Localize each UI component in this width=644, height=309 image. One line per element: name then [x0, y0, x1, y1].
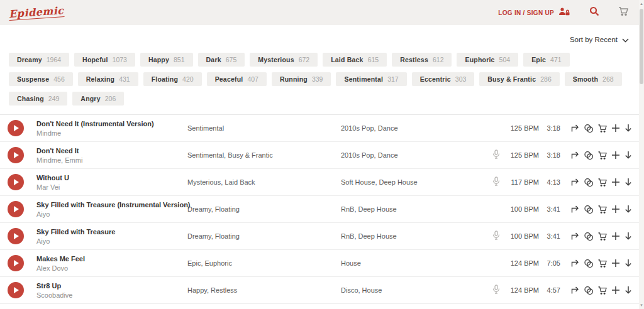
mood-chip[interactable]: Floating 420 — [143, 72, 202, 86]
track-title[interactable]: Str8 Up — [36, 282, 187, 290]
download-button[interactable] — [624, 178, 633, 187]
play-button[interactable] — [8, 120, 24, 136]
track-genres[interactable]: Soft House, Deep House — [341, 178, 489, 186]
scrollbar[interactable]: ▲ ▼ — [639, 0, 644, 309]
mood-chip[interactable]: Peaceful 407 — [207, 72, 267, 86]
add-to-playlist-button[interactable] — [611, 205, 620, 214]
track-moods[interactable]: Happy, Restless — [187, 286, 341, 294]
similar-tracks-button[interactable] — [570, 178, 580, 187]
play-button[interactable] — [8, 282, 24, 298]
mood-chip[interactable]: Eccentric 303 — [412, 72, 475, 86]
download-button[interactable] — [624, 232, 633, 241]
track-genres[interactable]: 2010s Pop, Dance — [341, 151, 489, 159]
scroll-down-icon[interactable]: ▼ — [640, 303, 643, 307]
add-to-cart-button[interactable] — [597, 178, 608, 187]
stems-versions-icon[interactable] — [584, 259, 594, 268]
add-to-playlist-button[interactable] — [611, 232, 620, 241]
stems-versions-icon[interactable] — [584, 124, 594, 133]
stems-versions-icon[interactable] — [584, 232, 594, 241]
add-to-playlist-button[interactable] — [611, 124, 620, 133]
cart-button[interactable] — [618, 6, 629, 19]
add-to-cart-button[interactable] — [597, 259, 608, 268]
add-to-playlist-button[interactable] — [611, 178, 620, 187]
add-to-playlist-button[interactable] — [611, 259, 620, 268]
mood-chip[interactable]: Relaxing 431 — [78, 72, 138, 86]
track-moods[interactable]: Sentimental — [187, 124, 341, 132]
mood-chip[interactable]: Euphoric 504 — [457, 53, 518, 67]
track-artist[interactable]: Scoobadive — [36, 291, 187, 299]
track-artist[interactable]: Mindme, Emmi — [36, 156, 187, 164]
track-artist[interactable]: Aiyo — [36, 210, 187, 218]
mood-chip[interactable]: Epic 471 — [523, 53, 570, 67]
track-genres[interactable]: 2010s Pop, Dance — [341, 124, 489, 132]
mood-chip[interactable]: Smooth 268 — [565, 72, 622, 86]
mood-chip[interactable]: Sentimental 317 — [336, 72, 406, 86]
add-to-playlist-button[interactable] — [611, 286, 620, 295]
similar-tracks-button[interactable] — [570, 232, 580, 241]
mood-chip[interactable]: Hopeful 1073 — [74, 53, 135, 67]
similar-tracks-button[interactable] — [570, 259, 580, 268]
play-button[interactable] — [8, 228, 24, 244]
download-button[interactable] — [624, 205, 633, 214]
similar-tracks-button[interactable] — [570, 124, 580, 133]
track-title[interactable]: Without U — [36, 174, 187, 182]
track-moods[interactable]: Dreamy, Floating — [187, 232, 341, 240]
sort-dropdown[interactable]: Sort by Recent — [570, 34, 629, 45]
mood-chip[interactable]: Angry 206 — [72, 92, 124, 106]
vocals-mic-icon — [492, 176, 500, 188]
login-signup-button[interactable]: LOG IN / SIGN UP — [498, 6, 570, 19]
track-moods[interactable]: Sentimental, Busy & Frantic — [187, 151, 341, 159]
download-button[interactable] — [624, 286, 633, 295]
download-button[interactable] — [624, 151, 633, 160]
search-button[interactable] — [589, 6, 599, 19]
similar-tracks-button[interactable] — [570, 286, 580, 295]
track-title[interactable]: Sky Filled with Treasure — [36, 228, 187, 236]
scrollbar-thumb[interactable] — [640, 9, 643, 84]
track-title[interactable]: Makes Me Feel — [36, 255, 187, 263]
mood-chip[interactable]: Mysterious 672 — [250, 53, 318, 67]
track-genres[interactable]: RnB, Deep House — [341, 232, 489, 240]
track-artist[interactable]: Alex Dovo — [36, 264, 187, 272]
stems-versions-icon[interactable] — [584, 205, 594, 214]
mood-chip[interactable]: Suspense 456 — [9, 72, 73, 86]
stems-versions-icon[interactable] — [584, 151, 594, 160]
mood-chip[interactable]: Busy & Frantic 286 — [479, 72, 559, 86]
play-button[interactable] — [8, 201, 24, 217]
mood-chip[interactable]: Running 339 — [272, 72, 331, 86]
track-title[interactable]: Don't Need It (Instrumental Version) — [36, 120, 187, 127]
play-button[interactable] — [8, 255, 24, 271]
add-to-cart-button[interactable] — [597, 232, 608, 241]
add-to-cart-button[interactable] — [597, 205, 608, 214]
track-artist[interactable]: Mar Vei — [36, 183, 187, 191]
mood-chip[interactable]: Chasing 249 — [9, 92, 67, 106]
track-genres[interactable]: RnB, Deep House — [341, 205, 489, 213]
track-title[interactable]: Sky Filled with Treasure (Instrumental V… — [36, 201, 187, 209]
track-moods[interactable]: Dreamy, Floating — [187, 205, 341, 213]
similar-tracks-button[interactable] — [570, 151, 580, 160]
stems-versions-icon[interactable] — [584, 286, 594, 295]
track-moods[interactable]: Epic, Euphoric — [187, 259, 341, 267]
add-to-cart-button[interactable] — [597, 151, 608, 160]
mood-chip[interactable]: Restless 612 — [392, 53, 452, 67]
add-to-playlist-button[interactable] — [611, 151, 620, 160]
mood-chip[interactable]: Laid Back 615 — [323, 53, 387, 67]
similar-tracks-button[interactable] — [570, 205, 580, 214]
add-to-cart-button[interactable] — [597, 286, 608, 295]
play-button[interactable] — [8, 174, 24, 190]
download-button[interactable] — [624, 259, 633, 268]
epidemic-logo[interactable]: Epidemic — [8, 5, 64, 21]
stems-versions-icon[interactable] — [584, 178, 594, 187]
scroll-up-icon[interactable]: ▲ — [640, 2, 643, 6]
mood-chip[interactable]: Happy 851 — [140, 53, 193, 67]
play-button[interactable] — [8, 147, 24, 163]
mood-chip[interactable]: Dark 675 — [198, 53, 245, 67]
download-button[interactable] — [624, 124, 633, 133]
track-title[interactable]: Don't Need It — [36, 147, 187, 154]
track-artist[interactable]: Aiyo — [36, 237, 187, 245]
mood-chip[interactable]: Dreamy 1964 — [9, 53, 69, 67]
track-moods[interactable]: Mysterious, Laid Back — [187, 178, 341, 186]
track-genres[interactable]: House — [341, 259, 489, 267]
track-artist[interactable]: Mindme — [36, 129, 187, 137]
track-genres[interactable]: Disco, House — [341, 286, 489, 294]
add-to-cart-button[interactable] — [597, 124, 608, 133]
